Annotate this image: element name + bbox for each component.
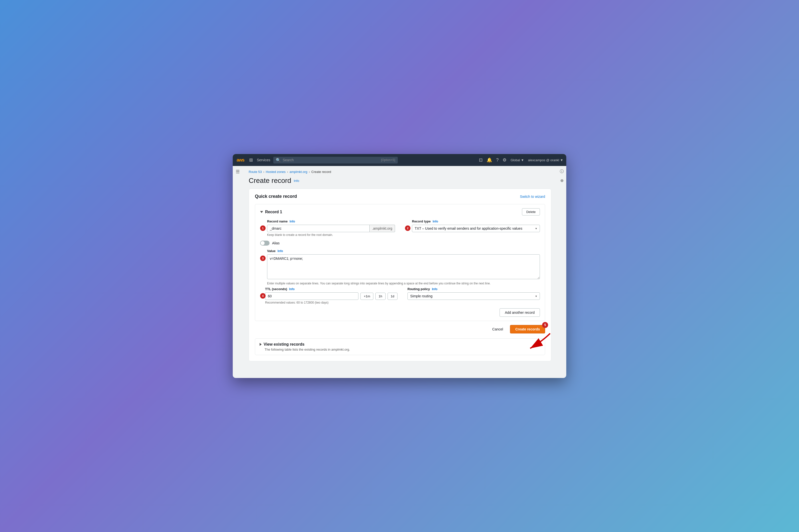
record-name-hint: Keep blank to create a record for the ro… [267,233,395,236]
breadcrumb-sep2: › [287,170,288,174]
breadcrumb-hosted-zones[interactable]: Hosted zones [266,170,286,174]
top-nav: aws ⊞ Services 🔍 [Option+S] ⊡ 🔔 ? ⚙ Glob… [233,154,566,166]
navigation-icon[interactable]: ⊕ [560,178,563,183]
add-record-row: Add another record [260,308,540,317]
aws-logo[interactable]: aws [236,156,245,164]
add-another-record-btn[interactable]: Add another record [500,308,540,317]
grid-icon[interactable]: ⊞ [248,156,254,164]
step-3-badge: 3 [260,255,265,261]
step-1-badge: 1 [260,225,265,231]
breadcrumb-sep1: › [263,170,264,174]
record-section: Record 1 Delete 1 Record name [255,204,545,321]
breadcrumb-domain[interactable]: amplmkt.org [290,170,308,174]
ttl-input[interactable] [265,292,358,300]
card-title: Quick create record [255,194,297,199]
delete-button[interactable]: Delete [522,208,540,215]
alias-toggle[interactable] [260,241,270,246]
record-type-info[interactable]: Info [433,220,438,223]
cancel-button[interactable]: Cancel [489,325,506,333]
toggle-knob [261,241,265,245]
value-section: 3 Value Info v=DMARC1; p=none; Enter mul… [260,249,540,285]
settings-icon[interactable]: ⚙ [503,157,506,163]
record-type-wrapper: TXT – Used to verify email senders and f… [412,225,540,232]
right-panel: ⓘ ⊕ [557,166,566,369]
search-shortcut: [Option+S] [381,158,395,162]
record-name-label: Record name Info [267,220,395,223]
value-textarea[interactable]: v=DMARC1; p=none; [267,254,540,279]
value-info[interactable]: Info [278,249,283,253]
page-info-link[interactable]: Info [294,179,299,183]
aws-logo-text: aws [237,157,244,163]
record-label: Record 1 [265,210,282,214]
red-arrow-annotation [523,331,553,351]
region-selector[interactable]: Global ▼ [510,158,524,162]
record-type-group: 2 Record type Info TXT – Used to verify … [405,220,540,236]
view-existing-description: The following table lists the existing r… [260,348,540,352]
expand-icon[interactable] [260,343,262,346]
search-bar[interactable]: 🔍 [Option+S] [273,157,398,164]
routing-policy-info[interactable]: Info [432,287,437,291]
record-name-suffix: .amplmkt.org [370,225,395,232]
page-title-wrapper: Create record Info [249,177,551,185]
user-menu[interactable]: alexcampos @ orankl ▼ [528,158,563,162]
ttl-label: TTL (seconds) Info [265,287,397,291]
view-existing-section: View existing records The following tabl… [255,338,545,355]
record-type-label: Record type Info [412,220,540,223]
routing-group: Routing policy Info Simple routing Failo… [407,287,540,304]
ttl-routing-row: 4 TTL (seconds) Info +1m 1h 1d [260,287,540,304]
collapse-icon[interactable] [260,211,263,213]
form-row-1: 1 Record name Info .amplmkt.org Keep bla… [260,220,540,236]
breadcrumb-sep3: › [309,170,310,174]
breadcrumb: Route 53 › Hosted zones › amplmkt.org › … [249,170,551,174]
record-type-select[interactable]: TXT – Used to verify email senders and f… [412,225,540,232]
bottom-actions: Cancel Create records 5 [255,325,545,334]
ttl-1m-btn[interactable]: +1m [360,292,373,300]
value-hint: Enter multiple values on separate lines.… [267,282,540,285]
ttl-1d-btn[interactable]: 1d [388,292,397,300]
help-icon[interactable]: ? [496,157,499,163]
services-nav[interactable]: Services [257,158,270,162]
bell-icon[interactable]: 🔔 [487,157,492,163]
terminal-icon[interactable]: ⊡ [479,157,483,163]
record-name-info[interactable]: Info [290,220,295,223]
ttl-hint: Recommended values: 60 to 172800 (two da… [265,301,397,304]
alias-label: Alias [272,241,280,245]
record-toggle[interactable]: Record 1 [260,210,282,214]
main-card: Quick create record Switch to wizard Rec… [249,189,551,361]
switch-wizard-link[interactable]: Switch to wizard [520,195,545,198]
ttl-input-row: +1m 1h 1d [265,292,397,300]
record-name-group: 1 Record name Info .amplmkt.org Keep bla… [260,220,395,236]
alias-row: Alias [260,241,540,246]
breadcrumb-route53[interactable]: Route 53 [249,170,262,174]
search-icon: 🔍 [276,158,281,163]
view-existing-title: View existing records [264,342,304,347]
step-4-badge: 4 [260,293,265,299]
view-existing-header[interactable]: View existing records [260,342,540,347]
step-5-badge: 5 [542,322,548,328]
routing-policy-select[interactable]: Simple routing Failover Geolocation Late… [407,292,540,300]
record-section-header: Record 1 Delete [260,208,540,215]
nav-right: ⊡ 🔔 ? ⚙ Global ▼ alexcampos @ orankl ▼ [479,157,563,163]
value-textarea-wrapper: v=DMARC1; p=none; [267,254,540,280]
routing-policy-wrapper: Simple routing Failover Geolocation Late… [407,292,540,300]
record-name-input[interactable] [267,225,370,232]
ttl-group: 4 TTL (seconds) Info +1m 1h 1d [260,287,397,304]
step-2-badge: 2 [405,225,410,231]
page-title: Create record [249,177,291,185]
search-input[interactable] [283,158,379,162]
record-name-input-wrapper: .amplmkt.org [267,225,395,232]
breadcrumb-current: Create record [311,170,331,174]
ttl-1h-btn[interactable]: 1h [375,292,385,300]
card-header: Quick create record Switch to wizard [255,194,545,199]
content-wrapper: ☰ Route 53 › Hosted zones › amplmkt.org … [233,166,566,369]
sidebar-toggle[interactable]: ☰ [233,166,243,369]
info-panel-icon[interactable]: ⓘ [560,169,564,174]
ttl-info[interactable]: Info [289,287,295,291]
value-label: Value Info [267,249,540,253]
main-content: Route 53 › Hosted zones › amplmkt.org › … [243,166,557,369]
routing-policy-label: Routing policy Info [407,287,540,291]
